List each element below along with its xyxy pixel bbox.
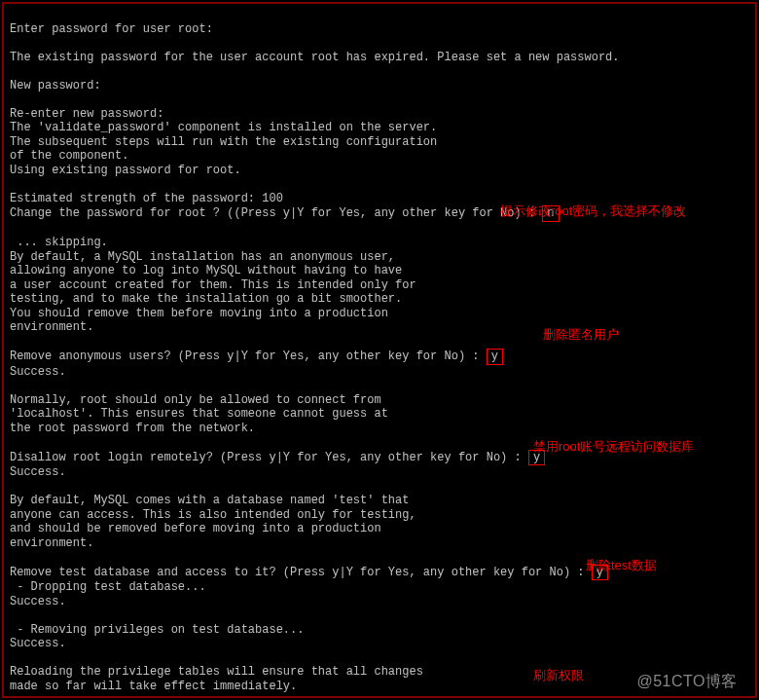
term-line: made so far will take effect immediately… [10,680,297,693]
term-line: the root password from the network. [10,422,255,435]
annotation-remove-test-db: 删除test数据 [586,559,657,573]
term-line: testing, and to make the installation go… [10,292,402,306]
user-input-remove-anonymous[interactable]: y [487,349,503,365]
prompt-text: Disallow root login remotely? (Press y|Y… [10,451,528,464]
term-line: Estimated strength of the password: 100 [10,192,283,205]
term-line: Using existing password for root. [10,164,241,177]
term-line: a user account created for them. This is… [10,278,416,292]
term-line: Remove anonymous users? (Press y|Y for Y… [10,350,503,363]
term-line: The existing password for the user accou… [10,51,620,64]
term-line: Disallow root login remotely? (Press y|Y… [10,451,545,464]
prompt-text: Change the password for root ? ((Press y… [10,206,542,220]
term-line: You should remove them before moving int… [10,307,388,320]
term-line: environment. [10,536,93,550]
term-line: New password: [10,79,101,92]
term-line: and should be removed before moving into… [10,522,381,535]
term-line: 'localhost'. This ensures that someone c… [10,407,388,421]
term-line: Normally, root should only be allowed to… [10,393,381,407]
term-line: - Removing privileges on test database..… [10,623,304,637]
term-line: - Dropping test database... [10,580,206,594]
term-line: By default, MySQL comes with a database … [10,494,409,507]
prompt-text: Remove test database and access to it? (… [10,566,592,579]
term-line: Success. [10,637,66,650]
term-line: The 'validate_password' component is ins… [10,121,437,134]
term-line: environment. [10,320,93,334]
term-line: ... skipping. [10,236,108,249]
term-line: Enter password for user root: [10,22,213,36]
term-line: Reloading the privilege tables will ensu… [10,665,423,679]
term-line: Success. [10,595,66,608]
term-line: Re-enter new password: [10,107,163,121]
annotation-disallow-root-remote: 禁用root账号远程访问数据库 [533,440,694,455]
watermark-text: @51CTO博客 [636,675,738,689]
annotation-change-root-password: 提示修改root密码，我选择不修改 [500,204,686,219]
term-line: The subsequent steps will run with the e… [10,135,437,149]
term-line: allowing anyone to log into MySQL withou… [10,264,402,277]
prompt-text: Remove anonymous users? (Press y|Y for Y… [10,350,487,363]
term-line: Success. [10,465,66,479]
terminal-window[interactable]: Enter password for user root: The existi… [2,2,757,698]
term-line: Change the password for root ? ((Press y… [10,206,560,220]
term-line: anyone can access. This is also intended… [10,508,416,522]
annotation-reload-privileges: 刷新权限 [533,669,584,683]
term-line: Remove test database and access to it? (… [10,566,608,579]
term-line: Success. [10,365,66,379]
term-line: By default, a MySQL installation has an … [10,250,395,264]
annotation-remove-anonymous-users: 删除匿名用户 [543,328,619,343]
term-line: of the component. [10,149,128,163]
